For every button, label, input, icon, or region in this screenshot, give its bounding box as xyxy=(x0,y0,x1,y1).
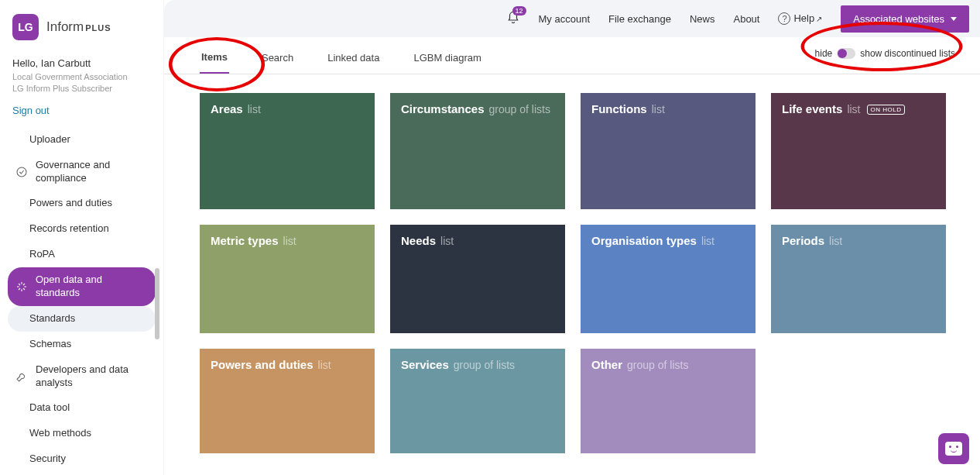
card-title: Circumstances xyxy=(401,102,485,115)
card-subtitle: list xyxy=(701,235,714,247)
nav-news[interactable]: News xyxy=(690,13,715,25)
toggle-label-hide: hide xyxy=(815,48,833,59)
card-title: Services xyxy=(401,358,449,371)
sidebar-item-label: Security xyxy=(29,453,66,466)
status-badge: ON HOLD xyxy=(867,105,906,115)
brand-badge: LG xyxy=(12,14,39,40)
card-subtitle: list xyxy=(652,103,665,115)
tabbar: ItemsSearchLinked dataLGBM diagram hide … xyxy=(164,37,980,74)
card-areas[interactable]: Areaslist xyxy=(200,93,375,209)
sidebar-item-data-tool[interactable]: Data tool xyxy=(8,395,156,421)
sidebar-item-label: Uploader xyxy=(29,133,70,146)
card-life-events[interactable]: Life eventslistON HOLD xyxy=(771,93,946,209)
svg-point-0 xyxy=(17,167,26,177)
tab-items[interactable]: Items xyxy=(200,43,229,74)
sidebar-item-developers-and-data-analysts[interactable]: Developers and data analysts xyxy=(8,357,156,396)
nav-my-account[interactable]: My account xyxy=(539,13,590,25)
sidebar-scrollbar[interactable] xyxy=(155,268,159,339)
card-title: Other xyxy=(591,358,622,371)
brand[interactable]: LG InformPLUS xyxy=(8,14,156,40)
brand-name: InformPLUS xyxy=(46,19,111,35)
sidebar-nav: UploaderGovernance and compliancePowers … xyxy=(8,127,156,472)
card-subtitle: list xyxy=(829,235,842,247)
card-subtitle: group of lists xyxy=(454,359,515,371)
sidebar-item-schemas[interactable]: Schemas xyxy=(8,332,156,357)
sidebar-item-open-data-and-standards[interactable]: Open data and standards xyxy=(8,267,156,306)
sidebar-item-label: Data tool xyxy=(29,401,70,415)
card-title: Life events xyxy=(782,102,842,115)
associated-websites-button[interactable]: Associated websites xyxy=(841,5,969,33)
tab-lgbm-diagram[interactable]: LGBM diagram xyxy=(412,44,482,73)
nav-file-exchange[interactable]: File exchange xyxy=(608,13,671,25)
sidebar-item-label: RoPA xyxy=(29,248,55,261)
notifications-count: 12 xyxy=(512,6,526,15)
card-title: Organisation types xyxy=(591,234,697,247)
notifications-button[interactable]: 12 xyxy=(506,11,520,27)
sidebar-item-web-methods[interactable]: Web methods xyxy=(8,421,156,446)
card-subtitle: group of lists xyxy=(489,103,550,115)
card-organisation-types[interactable]: Organisation typeslist xyxy=(581,225,756,333)
card-subtitle: list xyxy=(283,235,296,247)
sidebar: LG InformPLUS Hello, Ian Carbutt Local G… xyxy=(0,0,164,475)
card-title: Metric types xyxy=(211,234,279,247)
sidebar-item-label: Web methods xyxy=(29,427,91,440)
card-circumstances[interactable]: Circumstancesgroup of lists xyxy=(390,93,565,209)
card-powers-and-duties[interactable]: Powers and dutieslist xyxy=(200,349,375,453)
sidebar-item-security[interactable]: Security xyxy=(8,446,156,472)
card-title: Periods xyxy=(782,234,824,247)
tab-linked-data[interactable]: Linked data xyxy=(326,44,381,73)
discontinued-toggle[interactable]: hide show discontinued lists xyxy=(815,48,955,59)
sidebar-item-powers-and-duties[interactable]: Powers and duties xyxy=(8,191,156,216)
chat-button[interactable] xyxy=(938,433,969,464)
card-subtitle: list xyxy=(248,103,261,115)
nav-about[interactable]: About xyxy=(733,13,759,25)
card-functions[interactable]: Functionslist xyxy=(581,93,756,209)
user-org: Local Government Association xyxy=(12,71,156,83)
card-subtitle: list xyxy=(847,103,860,115)
sidebar-item-label: Records retention xyxy=(29,222,109,236)
nav-help[interactable]: ?Help↗ xyxy=(778,12,822,25)
card-title: Areas xyxy=(211,102,243,115)
content-area: AreaslistCircumstancesgroup of listsFunc… xyxy=(164,74,980,475)
topbar: 12 My account File exchange News About ?… xyxy=(164,0,980,37)
card-title: Powers and duties xyxy=(211,358,314,371)
card-title: Functions xyxy=(591,102,647,115)
card-title: Needs xyxy=(401,234,436,247)
sidebar-item-governance-and-compliance[interactable]: Governance and compliance xyxy=(8,153,156,191)
card-metric-types[interactable]: Metric typeslist xyxy=(200,225,375,333)
main: 12 My account File exchange News About ?… xyxy=(164,0,980,475)
sidebar-item-label: Standards xyxy=(29,312,75,325)
sidebar-item-standards[interactable]: Standards xyxy=(8,306,156,332)
sidebar-item-ropa[interactable]: RoPA xyxy=(8,242,156,267)
sidebar-item-label: Governance and compliance xyxy=(36,159,148,185)
card-periods[interactable]: Periodslist xyxy=(771,225,946,333)
chevron-down-icon xyxy=(951,17,957,21)
sidebar-item-label: Schemas xyxy=(29,338,71,351)
sidebar-item-label: Developers and data analysts xyxy=(36,363,148,390)
card-grid: AreaslistCircumstancesgroup of listsFunc… xyxy=(200,93,955,453)
external-link-icon: ↗ xyxy=(816,15,822,23)
user-greeting: Hello, Ian Carbutt xyxy=(12,57,156,69)
card-needs[interactable]: Needslist xyxy=(390,225,565,333)
check-icon xyxy=(15,166,28,178)
tab-search[interactable]: Search xyxy=(260,44,295,73)
wrench-icon xyxy=(15,370,28,383)
card-subtitle: group of lists xyxy=(627,359,688,371)
sidebar-item-records-retention[interactable]: Records retention xyxy=(8,216,156,242)
user-role: LG Inform Plus Subscriber xyxy=(12,83,156,95)
sidebar-item-uploader[interactable]: Uploader xyxy=(8,127,156,153)
card-other[interactable]: Othergroup of lists xyxy=(581,349,756,453)
spark-icon xyxy=(15,281,28,293)
sign-out-link[interactable]: Sign out xyxy=(12,105,50,116)
help-icon: ? xyxy=(778,12,790,25)
card-subtitle: list xyxy=(440,235,454,247)
toggle-label-show: show discontinued lists xyxy=(860,48,955,59)
card-subtitle: list xyxy=(318,359,331,371)
sidebar-item-label: Powers and duties xyxy=(29,197,112,210)
toggle-switch[interactable] xyxy=(837,48,855,59)
card-services[interactable]: Servicesgroup of lists xyxy=(390,349,565,453)
sidebar-item-label: Open data and standards xyxy=(36,274,148,300)
user-block: Hello, Ian Carbutt Local Government Asso… xyxy=(8,57,156,116)
